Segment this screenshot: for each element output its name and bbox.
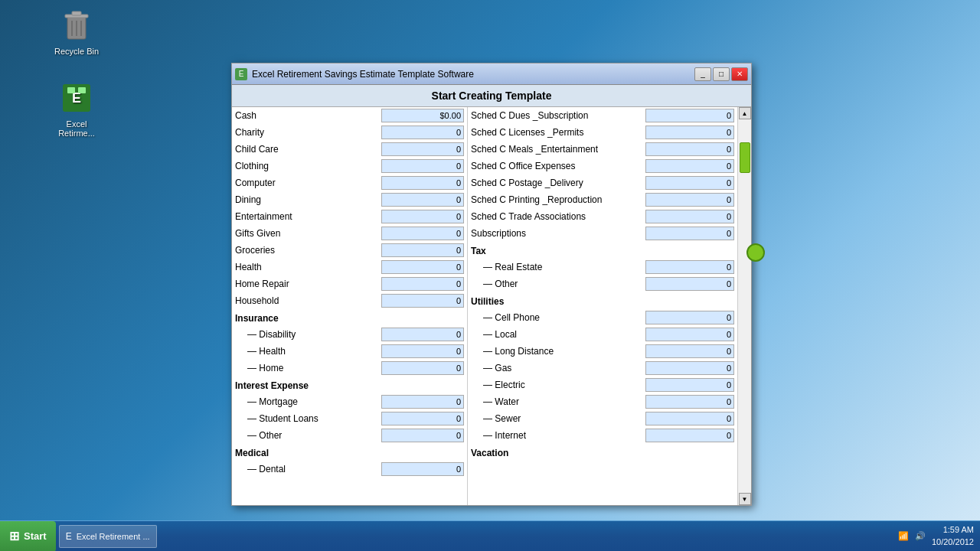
insurance-home-input[interactable] — [381, 361, 464, 375]
cash-input[interactable] — [381, 109, 464, 122]
charity-input[interactable] — [381, 126, 464, 139]
scrollbar: ▲ ▼ — [737, 107, 751, 505]
row-label: — Real Estate — [468, 259, 642, 276]
right-table: Sched C Dues _Subscription Sched C Licen… — [468, 107, 737, 461]
real-estate-tax-input[interactable] — [645, 260, 734, 274]
content-area: Cash Charity Child Care Clothin — [232, 107, 751, 505]
table-row: Sched C Trade Associations — [468, 208, 737, 225]
groceries-input[interactable] — [381, 243, 464, 257]
row-label: — Long Distance — [468, 343, 642, 360]
utilities-section-header: Utilities — [468, 292, 642, 309]
table-row: Vacation — [468, 444, 737, 461]
table-row: — Local — [468, 326, 737, 343]
sched-c-trade-input[interactable] — [645, 210, 734, 223]
electric-input[interactable] — [645, 378, 734, 392]
water-input[interactable] — [645, 395, 734, 409]
row-label: — Electric — [468, 377, 642, 393]
recycle-bin-icon[interactable]: Recycle Bin — [46, 4, 107, 59]
vacation-section-header: Vacation — [468, 444, 642, 461]
excel-retire-icon[interactable]: E Excel Retirme... — [46, 77, 107, 141]
row-label: — Mortgage — [232, 393, 378, 410]
sched-c-meals-input[interactable] — [645, 142, 734, 156]
household-input[interactable] — [381, 294, 464, 308]
row-label: Child Care — [232, 141, 378, 158]
close-button[interactable]: ✕ — [731, 67, 748, 81]
start-button[interactable]: ⊞ Start — [0, 521, 56, 552]
table-row: Medical — [232, 444, 467, 461]
table-row: Home Repair — [232, 276, 467, 292]
taskbar-item-icon: E — [66, 531, 72, 542]
mortgage-input[interactable] — [381, 395, 464, 409]
table-row: Household — [232, 292, 467, 309]
scroll-thumb[interactable] — [740, 142, 750, 173]
table-row: Groceries — [232, 242, 467, 259]
restore-button[interactable]: □ — [713, 67, 730, 81]
taskbar-item-excel[interactable]: E Excel Retirement ... — [59, 525, 157, 548]
volume-icon: 🔊 — [915, 531, 926, 541]
sewer-input[interactable] — [645, 412, 734, 425]
row-label: — Gas — [468, 360, 642, 377]
excel-retire-image: E — [58, 80, 95, 116]
interest-other-input[interactable] — [381, 429, 464, 442]
dining-input[interactable] — [381, 193, 464, 207]
disability-input[interactable] — [381, 328, 464, 341]
clothing-input[interactable] — [381, 159, 464, 173]
table-row: — Sewer — [468, 410, 737, 427]
left-table: Cash Charity Child Care Clothin — [232, 107, 467, 478]
svg-rect-9 — [78, 87, 86, 93]
entertainment-input[interactable] — [381, 210, 464, 223]
gas-input[interactable] — [645, 361, 734, 375]
sched-c-office-input[interactable] — [645, 159, 734, 173]
student-loans-input[interactable] — [381, 412, 464, 425]
child-care-input[interactable] — [381, 142, 464, 156]
row-label: Charity — [232, 124, 378, 141]
cell-phone-input[interactable] — [645, 311, 734, 324]
row-label: Sched C Office Expenses — [468, 158, 642, 174]
scroll-up-button[interactable]: ▲ — [739, 107, 751, 119]
table-row: Dining — [232, 191, 467, 208]
health-input[interactable] — [381, 260, 464, 274]
table-row: — Home — [232, 360, 467, 377]
row-label: Sched C Dues _Subscription — [468, 107, 642, 124]
table-row: Health — [232, 259, 467, 276]
row-label: Computer — [232, 174, 378, 191]
long-distance-input[interactable] — [645, 344, 734, 358]
subscriptions-input[interactable] — [645, 227, 734, 240]
local-input[interactable] — [645, 328, 734, 341]
scroll-down-button[interactable]: ▼ — [739, 493, 751, 505]
computer-input[interactable] — [381, 176, 464, 190]
row-label: Sched C Licenses _Permits — [468, 124, 642, 141]
excel-retire-label: Excel Retirme... — [49, 119, 104, 138]
row-label: — Water — [468, 393, 642, 410]
row-label: — Dental — [232, 461, 378, 478]
taskbar-item-label: Excel Retirement ... — [77, 532, 150, 541]
table-row: Sched C Printing _Reproduction — [468, 191, 737, 208]
minimize-button[interactable]: _ — [694, 67, 711, 81]
clock-time: 1:59 AM — [932, 524, 974, 536]
sched-c-postage-input[interactable] — [645, 176, 734, 190]
sched-c-dues-input[interactable] — [645, 109, 734, 122]
table-row: Child Care — [232, 141, 467, 158]
title-bar: E Excel Retirement Savings Estimate Temp… — [232, 64, 751, 85]
row-label: Home Repair — [232, 276, 378, 292]
clock: 1:59 AM 10/20/2012 — [932, 524, 974, 548]
taskbar: ⊞ Start E Excel Retirement ... 📶 🔊 1:59 … — [0, 520, 980, 551]
table-row: Computer — [232, 174, 467, 191]
gifts-given-input[interactable] — [381, 227, 464, 240]
window-controls: _ □ ✕ — [694, 67, 748, 81]
table-row: — Dental — [232, 461, 467, 478]
svg-rect-8 — [67, 87, 75, 93]
row-label: Dining — [232, 191, 378, 208]
table-row: — Internet — [468, 427, 737, 444]
home-repair-input[interactable] — [381, 277, 464, 291]
left-panel: Cash Charity Child Care Clothin — [232, 107, 468, 505]
application-window: E Excel Retirement Savings Estimate Temp… — [231, 63, 752, 506]
sched-c-licenses-input[interactable] — [645, 126, 734, 139]
sched-c-printing-input[interactable] — [645, 193, 734, 207]
table-row: — Other — [468, 276, 737, 292]
tax-other-input[interactable] — [645, 277, 734, 291]
insurance-health-input[interactable] — [381, 344, 464, 358]
dental-input[interactable] — [381, 462, 464, 476]
internet-input[interactable] — [645, 429, 734, 442]
table-row: Sched C Meals _Entertainment — [468, 141, 737, 158]
